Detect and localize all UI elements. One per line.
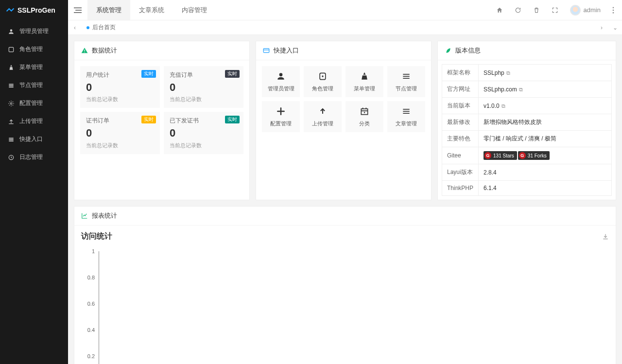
svg-rect-12 <box>263 49 269 52</box>
brand-logo[interactable]: SSLProGen <box>0 0 68 20</box>
sidebar-item-label: 上传管理 <box>19 117 43 125</box>
svg-point-11 <box>613 12 614 13</box>
quick-item[interactable]: 文章管理 <box>387 101 425 132</box>
version-value: 6.1.4 <box>479 181 612 196</box>
stat-value: 0 <box>170 81 238 94</box>
nav-tab[interactable]: 系统管理 <box>87 0 130 20</box>
version-card: 版本信息 框架名称SSLphp⧉官方网址SSLphp.com⧉当前版本v1.0.… <box>437 41 616 200</box>
quick-card: 快捷入口 管理员管理角色管理菜单管理节点管理配置管理上传管理分类文章管理 <box>256 41 432 200</box>
tab-label: 后台首页 <box>92 23 116 32</box>
quick-item-icon <box>276 106 286 116</box>
version-row: Layui版本2.8.4 <box>442 164 612 181</box>
chart-icon <box>81 212 88 219</box>
nav-tab[interactable]: 内容管理 <box>173 0 216 20</box>
report-card: 报表统计 访问统计 00.20.40.60.81 用户统计充值订单证书订单已下发… <box>74 206 616 364</box>
quick-item-label: 文章管理 <box>396 120 417 127</box>
stat-sub: 当前总记录数 <box>170 96 238 103</box>
svg-rect-21 <box>403 111 409 112</box>
sidebar-item-label: 菜单管理 <box>19 63 43 71</box>
tab-next-icon[interactable]: › <box>595 24 608 31</box>
quick-item-icon <box>360 106 369 116</box>
sidebar-item[interactable]: 上传管理 <box>0 112 68 130</box>
gitee-forks-badge[interactable]: G31 Forks <box>518 151 550 160</box>
y-tick: 0.2 <box>87 353 95 359</box>
quick-item[interactable]: 配置管理 <box>262 101 300 132</box>
version-key: 当前版本 <box>442 98 479 114</box>
version-row: 当前版本v1.0.0⧉ <box>442 98 612 114</box>
version-row: ThinkPHP6.1.4 <box>442 181 612 196</box>
sidebar-item-icon <box>8 46 15 53</box>
page-tabbar: ‹ 后台首页 › ⌄ <box>68 20 622 35</box>
quick-item-icon <box>318 106 328 116</box>
logo-icon <box>6 6 15 15</box>
refresh-icon[interactable] <box>515 7 521 14</box>
user-menu[interactable]: admin <box>570 5 601 16</box>
sidebar-item[interactable]: 节点管理 <box>0 76 68 94</box>
quick-item[interactable]: 分类 <box>346 101 383 132</box>
sidebar-item[interactable]: 快捷入口 <box>0 130 68 148</box>
svg-point-14 <box>322 75 323 77</box>
hamburger-icon[interactable] <box>68 7 87 14</box>
version-key: Gitee <box>442 147 479 164</box>
version-key: Layui版本 <box>442 164 479 181</box>
report-title: 报表统计 <box>92 211 117 220</box>
home-icon[interactable] <box>496 7 503 14</box>
card-icon <box>263 47 270 54</box>
copy-icon[interactable]: ⧉ <box>501 103 505 109</box>
version-row: 主要特色零门槛 / 响应式 / 清爽 / 极简 <box>442 131 612 147</box>
stats-card: 数据统计 实时用户统计0当前总记录数实时充值订单0当前总记录数实时证书订单0当前… <box>74 41 250 200</box>
sidebar-item-icon <box>8 28 15 35</box>
stat-sub: 当前总记录数 <box>86 142 154 149</box>
sidebar-item[interactable]: 角色管理 <box>0 40 68 58</box>
sidebar-item-label: 节点管理 <box>19 81 43 89</box>
sidebar-item[interactable]: 菜单管理 <box>0 58 68 76</box>
version-key: 最新修改 <box>442 114 479 131</box>
gitee-stars-badge[interactable]: G131 Stars <box>484 151 517 160</box>
sidebar-item[interactable]: 日志管理 <box>0 148 68 166</box>
download-icon[interactable] <box>602 233 609 240</box>
quick-item-icon <box>276 71 286 81</box>
tab-active-dot <box>86 26 89 29</box>
tab-prev-icon[interactable]: ‹ <box>68 24 82 31</box>
svg-rect-22 <box>403 113 409 114</box>
version-value: 新增拟物风格特效皮肤 <box>479 114 612 131</box>
svg-rect-16 <box>403 76 409 77</box>
fullscreen-icon[interactable] <box>552 7 558 14</box>
version-value: 2.8.4 <box>479 164 612 181</box>
quick-item-label: 分类 <box>359 120 370 127</box>
trash-icon[interactable] <box>533 7 540 14</box>
svg-rect-20 <box>403 109 409 110</box>
current-tab[interactable]: 后台首页 <box>82 23 121 32</box>
sidebar-item-label: 配置管理 <box>19 99 43 107</box>
svg-point-9 <box>613 7 614 8</box>
sidebar-item-icon <box>8 100 15 107</box>
nav-tab[interactable]: 文章系统 <box>130 0 173 20</box>
stat-sub: 当前总记录数 <box>170 142 238 149</box>
sidebar-item-icon <box>8 136 15 143</box>
quick-item-label: 菜单管理 <box>354 85 375 92</box>
quick-item[interactable]: 管理员管理 <box>262 66 300 97</box>
svg-rect-6 <box>9 139 13 140</box>
quick-item[interactable]: 上传管理 <box>304 101 342 132</box>
sidebar-item-icon <box>8 64 15 71</box>
tab-down-icon[interactable]: ⌄ <box>608 24 622 31</box>
more-icon[interactable] <box>612 7 614 14</box>
version-value: SSLphp.com⧉ <box>479 81 612 98</box>
quick-item[interactable]: 菜单管理 <box>346 66 383 97</box>
quick-item[interactable]: 角色管理 <box>304 66 342 97</box>
copy-icon[interactable]: ⧉ <box>519 87 523 92</box>
leaf-icon <box>445 47 451 54</box>
version-key: 官方网址 <box>442 81 479 98</box>
version-title: 版本信息 <box>455 46 481 55</box>
quick-item[interactable]: 节点管理 <box>387 66 425 97</box>
copy-icon[interactable]: ⧉ <box>506 70 510 76</box>
sidebar-item-label: 日志管理 <box>19 153 43 161</box>
y-tick: 0.6 <box>87 301 95 307</box>
sidebar-item[interactable]: 管理员管理 <box>0 22 68 40</box>
version-row: 最新修改新增拟物风格特效皮肤 <box>442 114 612 131</box>
svg-rect-3 <box>9 87 13 87</box>
sidebar: SSLProGen 管理员管理角色管理菜单管理节点管理配置管理上传管理快捷入口日… <box>0 0 68 364</box>
sidebar-item[interactable]: 配置管理 <box>0 94 68 112</box>
version-key: 主要特色 <box>442 131 479 147</box>
brand-text: SSLProGen <box>17 6 55 14</box>
